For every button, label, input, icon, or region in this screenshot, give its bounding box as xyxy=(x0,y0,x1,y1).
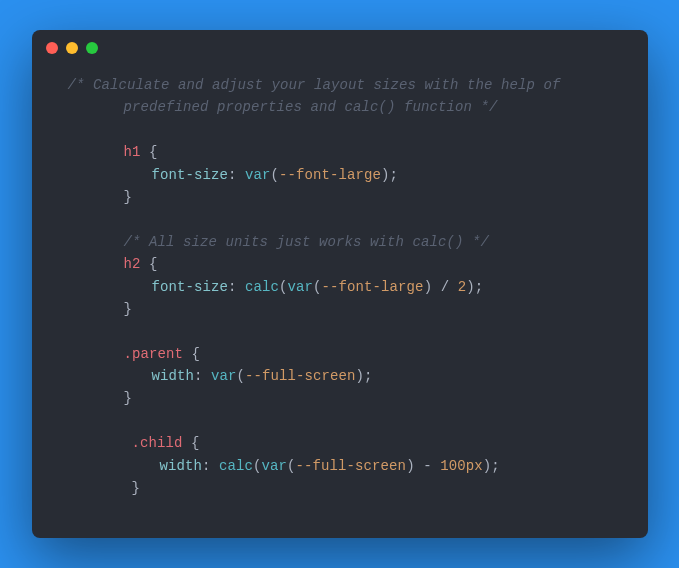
code-line: predefined properties and calc() functio… xyxy=(40,96,640,118)
function: calc xyxy=(245,279,279,295)
code-line: /* Calculate and adjust your layout size… xyxy=(40,74,640,96)
function: var xyxy=(211,368,237,384)
code-block: /* Calculate and adjust your layout size… xyxy=(32,66,648,523)
selector: .parent xyxy=(124,346,184,362)
brace: { xyxy=(141,256,158,272)
brace: { xyxy=(183,346,200,362)
function: var xyxy=(288,279,314,295)
close-icon[interactable] xyxy=(46,42,58,54)
brace: { xyxy=(141,144,158,160)
selector: h1 xyxy=(124,144,141,160)
function: var xyxy=(245,167,271,183)
selector: .child xyxy=(132,435,183,451)
variable: --font-large xyxy=(279,167,381,183)
code-line: } xyxy=(40,477,640,499)
comment-text: /* All size units just works with calc()… xyxy=(124,234,490,250)
code-line: font-size: var(--font-large); xyxy=(40,164,640,186)
property: font-size xyxy=(152,167,229,183)
code-line: .child { xyxy=(40,432,640,454)
code-line: } xyxy=(40,186,640,208)
code-line: h1 { xyxy=(40,141,640,163)
code-line: } xyxy=(40,298,640,320)
maximize-icon[interactable] xyxy=(86,42,98,54)
code-window: /* Calculate and adjust your layout size… xyxy=(32,30,648,538)
property: width xyxy=(152,368,195,384)
variable: --font-large xyxy=(322,279,424,295)
variable: --full-screen xyxy=(245,368,356,384)
titlebar xyxy=(32,30,648,66)
comment-text: predefined properties and calc() functio… xyxy=(124,99,498,115)
brace: } xyxy=(124,301,133,317)
code-line: width: calc(var(--full-screen) - 100px); xyxy=(40,455,640,477)
minimize-icon[interactable] xyxy=(66,42,78,54)
blank-line xyxy=(40,320,640,342)
property: width xyxy=(160,458,203,474)
blank-line xyxy=(40,119,640,141)
variable: --full-screen xyxy=(296,458,407,474)
selector: h2 xyxy=(124,256,141,272)
brace: } xyxy=(132,480,141,496)
brace: } xyxy=(124,189,133,205)
number: 100px xyxy=(440,458,483,474)
brace: { xyxy=(183,435,200,451)
property: font-size xyxy=(152,279,229,295)
comment-text: /* Calculate and adjust your layout size… xyxy=(68,77,561,93)
code-line: h2 { xyxy=(40,253,640,275)
code-line: .parent { xyxy=(40,343,640,365)
blank-line xyxy=(40,410,640,432)
function: calc xyxy=(219,458,253,474)
code-line: } xyxy=(40,387,640,409)
code-line: width: var(--full-screen); xyxy=(40,365,640,387)
blank-line xyxy=(40,208,640,230)
code-line: font-size: calc(var(--font-large) / 2); xyxy=(40,276,640,298)
brace: } xyxy=(124,390,133,406)
function: var xyxy=(262,458,288,474)
code-line: /* All size units just works with calc()… xyxy=(40,231,640,253)
number: 2 xyxy=(458,279,467,295)
